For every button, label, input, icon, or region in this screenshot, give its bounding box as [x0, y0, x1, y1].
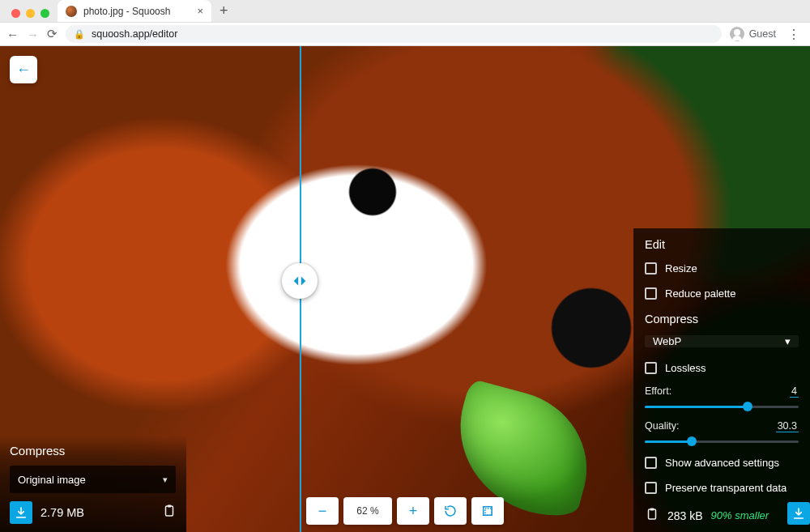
svg-rect-5 [650, 509, 654, 511]
effort-track[interactable] [645, 401, 799, 412]
rotate-button[interactable] [434, 497, 467, 525]
maximize-window-icon[interactable] [40, 9, 49, 18]
left-format-select[interactable]: Original image ▾ [10, 466, 176, 493]
menu-icon[interactable]: ⋮ [784, 27, 804, 42]
left-panel: Compress Original image ▾ 2.79 MB [0, 436, 186, 532]
browser-tab[interactable]: photo.jpg - Squoosh × [58, 0, 211, 22]
zoom-level-label: 62 % [356, 505, 378, 517]
checkbox-icon [645, 482, 657, 494]
compress-section-title: Compress [645, 313, 799, 326]
quality-label: Quality: [645, 420, 679, 432]
preserve-transparent-checkbox[interactable]: Preserve transparent data [645, 479, 799, 497]
lossless-checkbox[interactable]: Lossless [645, 359, 799, 377]
transform-button[interactable] [471, 497, 504, 525]
compare-handle-icon [291, 272, 309, 290]
window-controls [6, 9, 58, 22]
checkbox-icon [645, 262, 657, 275]
browser-toolbar: ← → ⟳ 🔒 squoosh.app/editor Guest ⋮ [0, 22, 810, 46]
svg-rect-0 [166, 506, 173, 516]
resize-label: Resize [665, 262, 697, 275]
editor-stage: ← Compress Original image ▾ 2.79 MB − 62… [0, 46, 810, 532]
right-format-value: WebP [653, 335, 681, 347]
quality-value[interactable]: 30.3 [776, 420, 799, 432]
close-window-icon[interactable] [11, 9, 20, 18]
clipboard-icon[interactable] [645, 507, 659, 524]
profile-button[interactable]: Guest [730, 27, 776, 41]
clipboard-icon[interactable] [162, 504, 177, 521]
avatar-icon [730, 27, 744, 41]
resize-checkbox[interactable]: Resize [645, 259, 799, 278]
reduce-palette-checkbox[interactable]: Reduce palette [645, 284, 799, 303]
quality-slider[interactable]: Quality: 30.3 [645, 420, 799, 447]
right-bottom-info: 283 kB 90% smaller [645, 507, 778, 524]
lock-icon: 🔒 [74, 29, 85, 40]
close-tab-icon[interactable]: × [197, 5, 203, 17]
preserve-transparent-label: Preserve transparent data [665, 482, 787, 494]
left-section-title: Compress [10, 444, 177, 458]
lossless-label: Lossless [665, 362, 706, 374]
zoom-in-button[interactable]: + [397, 497, 429, 525]
download-right-button[interactable] [787, 502, 810, 525]
compare-handle[interactable] [282, 263, 318, 299]
advanced-settings-checkbox[interactable]: Show advanced settings [645, 453, 799, 472]
back-button[interactable]: ← [10, 56, 37, 83]
slider-thumb-icon[interactable] [743, 402, 752, 411]
browser-chrome: photo.jpg - Squoosh × + ← → ⟳ 🔒 squoosh.… [0, 0, 810, 46]
favicon-icon [66, 6, 77, 17]
effort-label: Effort: [645, 385, 671, 398]
back-icon[interactable]: ← [6, 28, 19, 41]
effort-value[interactable]: 4 [790, 385, 799, 398]
quality-track[interactable] [645, 436, 799, 447]
left-file-size: 2.79 MB [40, 506, 84, 519]
reduce-palette-label: Reduce palette [665, 287, 735, 300]
arrow-left-icon: ← [16, 62, 31, 79]
right-format-select[interactable]: WebP ▾ [645, 335, 799, 347]
slider-thumb-icon[interactable] [687, 436, 697, 446]
download-icon [15, 506, 28, 519]
forward-icon: → [27, 28, 39, 41]
right-panel: Edit Resize Reduce palette Compress WebP… [633, 228, 810, 532]
checkbox-icon [645, 457, 657, 469]
new-tab-button[interactable]: + [220, 2, 228, 22]
edit-section-title: Edit [645, 238, 799, 251]
tab-strip: photo.jpg - Squoosh × + [0, 0, 810, 22]
minus-icon: − [318, 503, 327, 520]
tab-title: photo.jpg - Squoosh [83, 6, 170, 17]
address-bar[interactable]: 🔒 squoosh.app/editor [66, 25, 722, 43]
chevron-down-icon: ▾ [785, 335, 791, 347]
zoom-out-button[interactable]: − [306, 497, 339, 525]
zoom-level[interactable]: 62 % [343, 497, 392, 525]
left-format-value: Original image [18, 474, 86, 486]
savings-label: 90% smaller [711, 509, 770, 521]
download-left-button[interactable] [10, 501, 32, 524]
right-file-size: 283 kB [667, 509, 703, 522]
svg-rect-4 [649, 509, 656, 519]
reload-icon[interactable]: ⟳ [47, 27, 58, 41]
advanced-settings-label: Show advanced settings [665, 457, 779, 469]
profile-label: Guest [749, 28, 776, 40]
download-icon [792, 507, 805, 520]
plus-icon: + [409, 503, 418, 520]
url-text: squoosh.app/editor [92, 28, 177, 40]
effort-slider[interactable]: Effort: 4 [645, 385, 799, 412]
checkbox-icon [645, 287, 657, 300]
minimize-window-icon[interactable] [26, 9, 35, 18]
svg-rect-3 [485, 509, 492, 515]
left-bottom-row: 2.79 MB [10, 501, 177, 524]
svg-rect-1 [168, 505, 172, 508]
chevron-down-icon: ▾ [163, 475, 168, 485]
checkbox-icon [645, 362, 657, 374]
transform-icon [480, 504, 495, 518]
rotate-icon [443, 504, 458, 518]
center-toolbar: − 62 % + [306, 497, 504, 525]
